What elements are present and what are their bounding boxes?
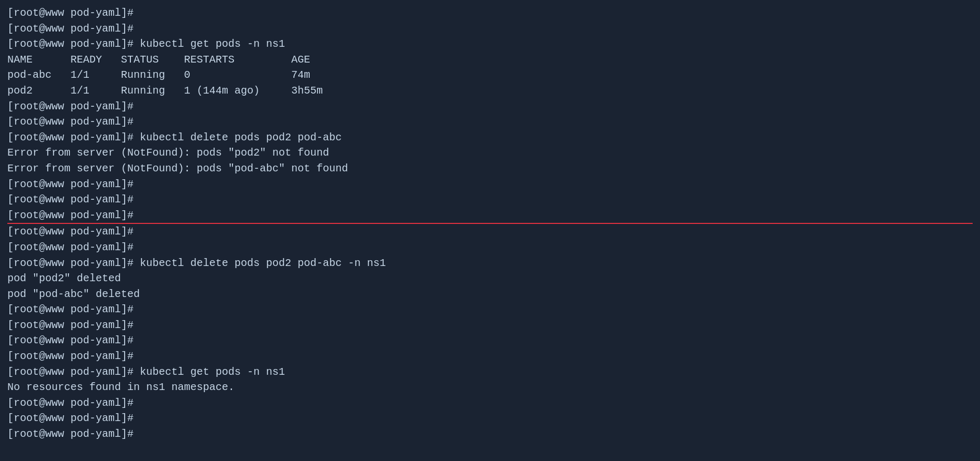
line-21: [root@www pod-yaml]# — [7, 302, 973, 317]
line-2: [root@www pod-yaml]# — [7, 21, 973, 37]
line-16: [root@www pod-yaml]# — [7, 240, 973, 255]
line-9: [root@www pod-yaml]# kubectl delete pods… — [7, 130, 973, 146]
line-1: [root@www pod-yaml]# — [7, 5, 973, 21]
line-27: [root@www pod-yaml]# — [7, 395, 973, 411]
line-5: pod-abc 1/1 Running 0 74m — [7, 67, 973, 83]
line-19: pod "pod-abc" deleted — [7, 286, 973, 302]
line-25: [root@www pod-yaml]# kubectl get pods -n… — [7, 364, 973, 380]
line-26: No resources found in ns1 namespace. — [7, 380, 973, 395]
line-10: Error from server (NotFound): pods "pod2… — [7, 145, 973, 161]
line-12: [root@www pod-yaml]# — [7, 177, 973, 192]
terminal-window[interactable]: [root@www pod-yaml]# [root@www pod-yaml]… — [0, 0, 980, 461]
line-17: [root@www pod-yaml]# kubectl delete pods… — [7, 255, 973, 271]
line-29: [root@www pod-yaml]# — [7, 426, 973, 442]
line-8: [root@www pod-yaml]# — [7, 114, 973, 130]
line-13: [root@www pod-yaml]# — [7, 192, 973, 208]
line-18: pod "pod2" deleted — [7, 271, 973, 286]
line-24: [root@www pod-yaml]# — [7, 349, 973, 364]
line-6: pod2 1/1 Running 1 (144m ago) 3h55m — [7, 83, 973, 99]
line-14-divider: [root@www pod-yaml]# — [7, 208, 973, 224]
line-15: [root@www pod-yaml]# — [7, 224, 973, 240]
line-23: [root@www pod-yaml]# — [7, 333, 973, 349]
line-7: [root@www pod-yaml]# — [7, 99, 973, 115]
line-3: [root@www pod-yaml]# kubectl get pods -n… — [7, 36, 973, 52]
line-4: NAME READY STATUS RESTARTS AGE — [7, 52, 973, 68]
line-11: Error from server (NotFound): pods "pod-… — [7, 161, 973, 177]
line-22: [root@www pod-yaml]# — [7, 317, 973, 333]
line-28: [root@www pod-yaml]# — [7, 411, 973, 426]
